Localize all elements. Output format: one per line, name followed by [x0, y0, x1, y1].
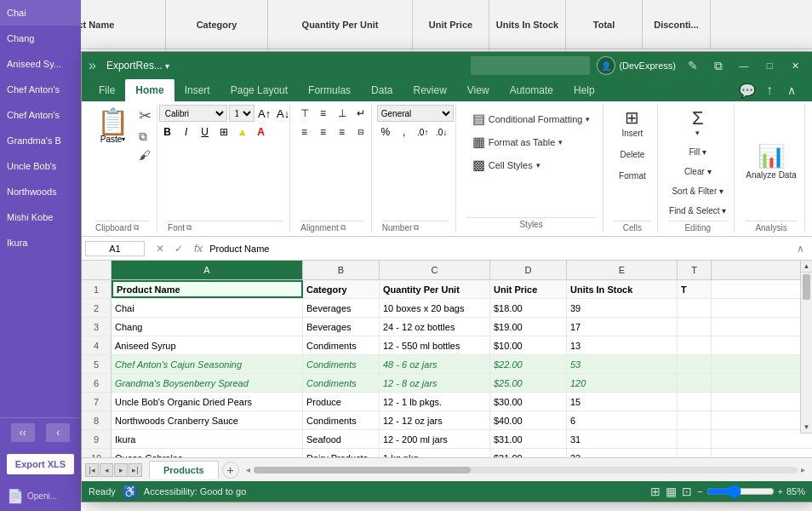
alignment-expand-icon[interactable]: ⧉: [340, 223, 346, 233]
sidebar-bottom[interactable]: 📄 Openi...: [0, 481, 81, 511]
sidebar-item-north[interactable]: Northwoods: [0, 179, 81, 204]
fill-button[interactable]: Fill ▾: [683, 142, 713, 160]
sidebar-prev-button[interactable]: ‹‹: [11, 423, 35, 442]
font-expand-icon[interactable]: ⧉: [186, 223, 192, 233]
cell-c1[interactable]: Quantity Per Unit: [380, 280, 490, 298]
autosum-button[interactable]: Σ ▾: [683, 105, 713, 141]
page-layout-icon[interactable]: ▦: [666, 485, 677, 498]
table-row[interactable]: 5 Chef Anton's Cajun Seasoning Condiment…: [82, 355, 812, 374]
cell-t2[interactable]: [678, 299, 712, 317]
cell-d9[interactable]: $31.00: [490, 430, 567, 448]
cell-t9[interactable]: [678, 430, 712, 448]
sidebar-prev-page-button[interactable]: ‹: [46, 423, 70, 442]
decrease-font-button[interactable]: A↓: [275, 105, 292, 122]
increase-decimal-button[interactable]: .0↑: [415, 123, 432, 141]
cell-reference-box[interactable]: [85, 241, 145, 256]
sort-filter-button[interactable]: Sort & Filter ▾: [666, 181, 729, 199]
zoom-minus-button[interactable]: −: [697, 486, 702, 497]
align-middle-button[interactable]: ≡: [315, 105, 332, 122]
cell-e8[interactable]: 6: [567, 411, 678, 429]
table-row[interactable]: 10 Queso Cabrales Dairy Products 1 kg pk…: [82, 449, 812, 457]
row-number-7[interactable]: 7: [82, 393, 112, 411]
merge-button[interactable]: ⊟: [352, 123, 369, 141]
sheet-first-button[interactable]: |◂: [85, 463, 99, 477]
increase-font-button[interactable]: A↑: [256, 105, 273, 122]
cell-c4[interactable]: 12 - 550 ml bottles: [380, 336, 490, 354]
underline-button[interactable]: U: [197, 123, 214, 141]
sidebar-item-uncle[interactable]: Uncle Bob's: [0, 153, 81, 179]
row-number-4[interactable]: 4: [82, 336, 112, 354]
table-row[interactable]: 4 Aniseed Syrup Condiments 12 - 550 ml b…: [82, 336, 812, 355]
sheet-next-button[interactable]: ▸: [114, 463, 128, 477]
comments-icon[interactable]: 💬: [737, 80, 758, 100]
decrease-decimal-button[interactable]: .0↓: [433, 123, 450, 141]
table-row[interactable]: 3 Chang Beverages 24 - 12 oz bottles $19…: [82, 318, 812, 336]
align-left-button[interactable]: ≡: [296, 123, 313, 141]
number-expand-icon[interactable]: ⧉: [414, 223, 419, 233]
tab-data[interactable]: Data: [361, 79, 403, 101]
confirm-formula-icon[interactable]: ✓: [170, 240, 187, 257]
cell-b3[interactable]: Beverages: [303, 318, 380, 336]
row-number-5[interactable]: 5: [82, 355, 112, 373]
format-as-table-button[interactable]: ▦ Format as Table ▾: [466, 131, 597, 152]
col-header-c[interactable]: C: [380, 261, 490, 279]
table-row[interactable]: 1 Product Name Category Quantity Per Uni…: [82, 280, 812, 299]
cell-b6[interactable]: Condiments: [303, 374, 380, 392]
cell-e3[interactable]: 17: [567, 318, 678, 336]
cell-styles-button[interactable]: ▩ Cell Styles ▾: [466, 154, 597, 175]
tab-page-layout[interactable]: Page Layout: [220, 79, 298, 101]
sidebar-item-chef1[interactable]: Chef Anton's: [0, 77, 81, 102]
ribbon-collapse-icon[interactable]: ∧: [781, 80, 802, 100]
row-number-3[interactable]: 3: [82, 318, 112, 336]
cell-b10[interactable]: Dairy Products: [303, 449, 380, 457]
find-select-button[interactable]: Find & Select ▾: [664, 201, 731, 219]
formula-input[interactable]: [206, 244, 792, 254]
title-expand-icon[interactable]: »: [89, 58, 96, 73]
page-break-icon[interactable]: ⊡: [682, 485, 692, 498]
cell-d6[interactable]: $25.00: [490, 374, 567, 392]
comma-button[interactable]: ,: [396, 123, 413, 141]
clear-button[interactable]: Clear ▾: [679, 162, 717, 180]
cell-a2[interactable]: Chai: [112, 299, 303, 317]
cell-a5[interactable]: Chef Anton's Cajun Seasoning: [112, 355, 303, 373]
analyze-data-button[interactable]: 📊 Analyze Data: [741, 141, 801, 183]
tab-view[interactable]: View: [457, 79, 500, 101]
cell-a4[interactable]: Aniseed Syrup: [112, 336, 303, 354]
cell-c5[interactable]: 48 - 6 oz jars: [380, 355, 490, 373]
add-sheet-button[interactable]: +: [222, 462, 239, 479]
scroll-left-button[interactable]: ◂: [246, 465, 250, 474]
zoom-plus-button[interactable]: +: [778, 486, 783, 497]
align-right-button[interactable]: ≡: [334, 123, 351, 141]
cell-d2[interactable]: $18.00: [490, 299, 567, 317]
sidebar-item-chai[interactable]: Chai: [0, 0, 81, 26]
col-header-d[interactable]: D: [490, 261, 567, 279]
sidebar-item-chef2[interactable]: Chef Anton's: [0, 102, 81, 128]
align-bottom-button[interactable]: ⊥: [334, 105, 351, 122]
row-number-1[interactable]: 1: [82, 280, 112, 298]
normal-view-icon[interactable]: ⊞: [650, 485, 660, 498]
cell-b4[interactable]: Condiments: [303, 336, 380, 354]
user-menu[interactable]: 👤 (DevExpress): [597, 56, 676, 75]
cell-e6[interactable]: 120: [567, 374, 678, 392]
sidebar-item-ikura[interactable]: Ikura: [0, 230, 81, 256]
cell-e1[interactable]: Units In Stock: [567, 280, 678, 298]
cell-b7[interactable]: Produce: [303, 393, 380, 411]
cell-t1[interactable]: T: [678, 280, 712, 298]
cell-c3[interactable]: 24 - 12 oz bottles: [380, 318, 490, 336]
cell-a10[interactable]: Queso Cabrales: [112, 449, 303, 457]
cell-c7[interactable]: 12 - 1 lb pkgs.: [380, 393, 490, 411]
col-header-b[interactable]: B: [303, 261, 380, 279]
cell-b9[interactable]: Seafood: [303, 430, 380, 448]
clipboard-expand-icon[interactable]: ⧉: [134, 223, 139, 233]
cell-a7[interactable]: Uncle Bob's Organic Dried Pears: [112, 393, 303, 411]
cell-c9[interactable]: 12 - 200 ml jars: [380, 430, 490, 448]
wrap-text-button[interactable]: ↵: [352, 105, 369, 122]
cut-button[interactable]: ✂: [136, 105, 154, 127]
cell-d5[interactable]: $22.00: [490, 355, 567, 373]
row-number-9[interactable]: 9: [82, 430, 112, 448]
cell-e4[interactable]: 13: [567, 336, 678, 354]
sidebar-item-aniseed[interactable]: Aniseed Sy...: [0, 51, 81, 77]
tab-insert[interactable]: Insert: [174, 79, 220, 101]
cell-c8[interactable]: 12 - 12 oz jars: [380, 411, 490, 429]
tab-file[interactable]: File: [89, 79, 125, 101]
